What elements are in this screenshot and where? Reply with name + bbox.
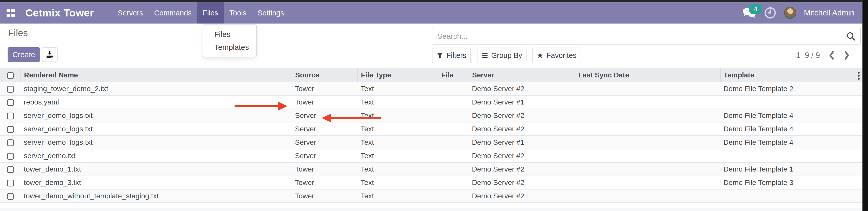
table-row[interactable]: tower_demo_1.txt Tower Text Demo Server … (0, 162, 862, 176)
navbar-left: Cetmix Tower (0, 2, 112, 24)
screen-right-edge (862, 0, 868, 211)
app-brand[interactable]: Cetmix Tower (25, 7, 94, 19)
cell-source: Server (295, 152, 316, 160)
table-row[interactable]: tower_demo_without_template_staging.txt … (0, 189, 862, 203)
row-checkbox[interactable] (7, 126, 14, 133)
import-button[interactable] (42, 47, 58, 62)
files-list-table: Rendered Name Source File Type File Serv… (0, 68, 862, 203)
cell-rendered-name: server_demo.txt (24, 152, 75, 160)
download-tray-icon (45, 50, 54, 59)
cell-server: Demo Server #2 (472, 111, 525, 119)
cell-server: Demo Server #2 (472, 125, 525, 133)
app-window: Cetmix Tower Servers Commands Files Tool… (0, 0, 868, 211)
table-row[interactable]: tower_demo_3.txt Tower Text Demo Server … (0, 176, 862, 189)
row-checkbox[interactable] (7, 140, 14, 146)
cell-file-type: Text (361, 98, 374, 106)
column-header-file[interactable]: File (438, 68, 469, 82)
cell-server: Demo Server #1 (472, 138, 525, 146)
breadcrumb-page-title: Files (8, 28, 28, 38)
clock-icon (764, 7, 776, 19)
apps-grid-icon[interactable] (7, 9, 15, 17)
optional-columns-toggle-icon[interactable] (858, 72, 860, 80)
nav-item-servers[interactable]: Servers (112, 2, 149, 24)
cell-source: Server (295, 138, 316, 146)
cell-template: Demo File Template 4 (723, 125, 794, 133)
dropdown-item-templates[interactable]: Templates (203, 41, 256, 54)
row-checkbox[interactable] (7, 113, 14, 119)
row-checkbox[interactable] (7, 86, 14, 93)
column-header-source[interactable]: Source (292, 68, 358, 82)
favorites-button[interactable]: ★ Favorites (532, 48, 581, 63)
cell-template: Demo File Template 2 (723, 85, 794, 93)
pager-previous-button[interactable] (828, 51, 835, 60)
column-header-last-sync-date[interactable]: Last Sync Date (575, 68, 720, 82)
table-header-row: Rendered Name Source File Type File Serv… (0, 68, 862, 82)
cell-source: Tower (295, 178, 314, 186)
cell-file-type: Text (361, 178, 374, 186)
files-dropdown-menu: Files Templates (203, 24, 257, 57)
table-row[interactable]: server_demo_logs.txt Server Text Demo Se… (0, 135, 862, 149)
cell-source: Tower (295, 192, 314, 200)
nav-item-commands[interactable]: Commands (149, 2, 197, 24)
select-all-cell (0, 68, 21, 82)
navbar-right: 4 Mitchell Admin (742, 2, 854, 24)
search-submit[interactable] (846, 31, 856, 41)
table-row[interactable]: staging_tower_demo_2.txt Tower Text Demo… (0, 82, 862, 95)
cell-file-type: Text (361, 152, 374, 160)
search-bar (432, 28, 861, 44)
cell-source: Tower (295, 85, 314, 93)
nav-item-tools[interactable]: Tools (224, 2, 252, 24)
cell-source: Server (295, 125, 316, 133)
cell-rendered-name: tower_demo_1.txt (24, 165, 81, 173)
row-checkbox[interactable] (7, 99, 14, 106)
cell-server: Demo Server #2 (472, 192, 525, 200)
user-avatar[interactable] (784, 7, 796, 19)
column-header-file-type[interactable]: File Type (358, 68, 438, 82)
nav-item-settings[interactable]: Settings (252, 2, 290, 24)
cell-file-type: Text (361, 165, 374, 173)
navbar-menu: Servers Commands Files Tools Settings (112, 2, 290, 24)
table-row[interactable]: server_demo_logs.txt Server Text Demo Se… (0, 109, 862, 122)
cell-rendered-name: staging_tower_demo_2.txt (24, 85, 108, 93)
column-header-rendered-name[interactable]: Rendered Name (21, 68, 292, 82)
activities-menu[interactable] (764, 7, 776, 19)
messages-menu[interactable]: 4 (742, 7, 756, 19)
funnel-icon (437, 52, 443, 59)
pager: 1–9 / 9 (796, 48, 850, 63)
column-header-server[interactable]: Server (469, 68, 575, 82)
cell-rendered-name: tower_demo_3.txt (24, 178, 81, 186)
cell-server: Demo Server #2 (472, 85, 525, 93)
search-input[interactable] (432, 32, 846, 40)
chevron-right-icon (843, 51, 850, 60)
row-checkbox[interactable] (7, 193, 14, 200)
group-by-button[interactable]: Group By (477, 48, 527, 63)
nav-item-files[interactable]: Files (197, 2, 224, 24)
row-checkbox[interactable] (7, 153, 14, 160)
filters-button[interactable]: Filters (432, 48, 471, 63)
cell-source: Tower (295, 165, 314, 173)
cell-rendered-name: server_demo_logs.txt (24, 111, 93, 119)
column-header-template[interactable]: Template (720, 68, 862, 82)
row-checkbox[interactable] (7, 180, 14, 186)
cell-source: Server (295, 111, 316, 119)
cell-server: Demo Server #2 (472, 178, 525, 186)
cell-template: Demo File Template 3 (723, 178, 794, 186)
pager-next-button[interactable] (843, 51, 850, 60)
dropdown-item-files[interactable]: Files (203, 28, 256, 41)
pager-value[interactable]: 1–9 / 9 (796, 51, 820, 60)
table-row[interactable]: repos.yaml Tower Text Demo Server #1 (0, 95, 862, 109)
select-all-checkbox[interactable] (7, 72, 14, 79)
group-by-bars-icon (481, 52, 488, 59)
cell-source: Tower (295, 98, 314, 106)
cell-rendered-name: tower_demo_without_template_staging.txt (24, 192, 159, 200)
table-row[interactable]: server_demo_logs.txt Server Text Demo Se… (0, 122, 862, 135)
create-button[interactable]: Create (8, 47, 40, 62)
cell-template: Demo File Template 4 (723, 138, 794, 146)
cell-file-type: Text (361, 125, 374, 133)
cell-rendered-name: repos.yaml (24, 98, 59, 106)
cell-file-type: Text (361, 111, 374, 119)
row-checkbox[interactable] (7, 166, 14, 173)
table-row[interactable]: server_demo.txt Server Text Demo Server … (0, 149, 862, 162)
cell-server: Demo Server #1 (472, 98, 525, 106)
user-name[interactable]: Mitchell Admin (804, 8, 854, 18)
